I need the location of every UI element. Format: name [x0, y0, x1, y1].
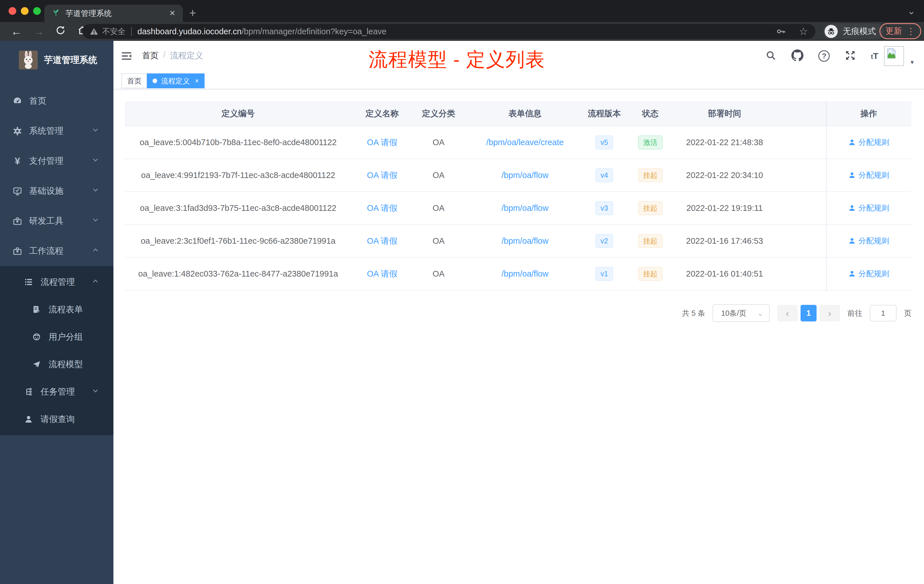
github-icon[interactable] [792, 49, 804, 63]
sidebar-item-system[interactable]: 系统管理 [0, 116, 114, 146]
favicon-sprout-icon [52, 8, 60, 18]
col-version: 流程版本 [586, 101, 623, 126]
sidebar-item-process-model[interactable]: 流程模型 [0, 351, 114, 378]
browser-tabstrip: 芋道管理系统 ✕ + ⌄ [0, 0, 924, 22]
user-icon [848, 270, 856, 277]
form-link[interactable]: /bpm/oa/flow [502, 236, 548, 246]
active-dot-icon [153, 79, 157, 83]
definition-table: 定义编号 定义名称 定义分类 表单信息 流程版本 状态 部署时间 操作 [125, 101, 911, 290]
sidebar-item-workflow[interactable]: 工作流程 [0, 236, 114, 266]
close-window-button[interactable] [8, 7, 16, 15]
assign-rule-link[interactable]: 分配规则 [848, 170, 889, 180]
bookmark-star-icon[interactable]: ☆ [799, 25, 808, 38]
browser-toolbar: ← → 不安全 dashboard.yudao.iocoder.cn/bpm/m… [0, 22, 924, 41]
page-size-select[interactable]: 10条/页 ⌄ [713, 304, 770, 322]
table-row: oa_leave:2:3c1f0ef1-76b1-11ec-9c66-a2380… [125, 224, 911, 257]
zoom-window-button[interactable] [33, 7, 41, 15]
version-badge[interactable]: v4 [596, 168, 613, 182]
list-icon [24, 277, 33, 287]
version-badge[interactable]: v5 [596, 135, 613, 149]
sidebar-logo-row[interactable]: 芋道管理系统 [0, 41, 114, 72]
briefcase-icon [13, 246, 22, 256]
new-tab-button[interactable]: + [189, 7, 196, 19]
form-link[interactable]: /bpm/oa/flow [502, 269, 548, 278]
assign-rule-link[interactable]: 分配规则 [848, 203, 889, 213]
pagination: 共 5 条 10条/页 ⌄ ‹ 1 › 前往 页 [125, 304, 911, 322]
goto-label: 前往 [847, 308, 862, 318]
chevron-down-icon [91, 216, 100, 226]
sidebar-item-user-group[interactable]: 用户分组 [0, 323, 114, 351]
assign-rule-link[interactable]: 分配规则 [848, 236, 889, 246]
table-row: oa_leave:3:1fad3d93-7b75-11ec-a3c8-acde4… [125, 192, 911, 224]
cell-deploy-time: 2022-01-16 01:40:51 [678, 257, 771, 290]
definition-name-link[interactable]: OA 请假 [367, 269, 397, 278]
cell-deploy-time: 2022-01-22 19:19:11 [678, 192, 771, 224]
page-unit-label: 页 [904, 308, 911, 318]
avatar[interactable] [884, 46, 904, 66]
avatar-caret-icon[interactable]: ▾ [911, 59, 914, 66]
browser-update-button[interactable]: 更新 ⋮ [879, 23, 921, 39]
table-row: oa_leave:5:004b710b-7b8a-11ec-8ef0-acde4… [125, 126, 911, 159]
sidebar-item-infrastructure[interactable]: 基础设施 [0, 176, 114, 206]
tag-process-definition[interactable]: 流程定义 × [147, 73, 205, 88]
fullscreen-icon[interactable] [845, 50, 856, 62]
cell-category: OA [413, 224, 464, 257]
version-badge[interactable]: v1 [596, 267, 613, 281]
cell-deploy-time: 2022-01-16 17:46:53 [678, 224, 771, 257]
definition-name-link[interactable]: OA 请假 [367, 138, 397, 147]
page-number-active[interactable]: 1 [800, 305, 817, 322]
hamburger-icon[interactable] [121, 50, 132, 63]
url-bar[interactable]: 不安全 dashboard.yudao.iocoder.cn/bpm/manag… [82, 24, 815, 39]
help-icon[interactable]: ? [818, 50, 830, 62]
breadcrumb-home[interactable]: 首页 [142, 50, 158, 61]
window-controls[interactable] [8, 7, 41, 15]
cell-id: oa_leave:1:482ec033-762a-11ec-8477-a2380… [125, 257, 351, 290]
sidebar-item-payment[interactable]: ¥ 支付管理 [0, 146, 114, 176]
sidebar-item-dev-tools[interactable]: 研发工具 [0, 206, 114, 236]
prev-page-button[interactable]: ‹ [777, 305, 798, 322]
sidebar-item-leave-query[interactable]: 请假查询 [0, 406, 114, 435]
sidebar-item-process-management[interactable]: 流程管理 [0, 266, 114, 296]
monitor-icon [13, 186, 22, 196]
version-badge[interactable]: v2 [596, 234, 613, 248]
tag-home[interactable]: 首页 [121, 73, 147, 88]
sidebar-item-task-management[interactable]: 任务管理 [0, 378, 114, 406]
browser-tab[interactable]: 芋道管理系统 ✕ [44, 5, 183, 22]
url-text[interactable]: dashboard.yudao.iocoder.cn/bpm/manager/d… [137, 27, 770, 36]
form-link[interactable]: /bpm/oa/flow [502, 171, 548, 180]
sidebar-item-process-form[interactable]: 流程表单 [0, 296, 114, 323]
password-key-icon[interactable] [776, 26, 786, 36]
tab-close-icon[interactable]: ✕ [169, 9, 175, 18]
tag-close-icon[interactable]: × [195, 77, 199, 85]
definition-name-link[interactable]: OA 请假 [367, 171, 397, 180]
gear-icon [13, 126, 22, 136]
table-row: oa_leave:4:991f2193-7b7f-11ec-a3c8-acde4… [125, 159, 911, 192]
col-id: 定义编号 [125, 101, 351, 126]
sidebar: 芋道管理系统 首页 系统管理 ¥ 支付管理 基础设施 [0, 41, 114, 584]
main-area: 首页 / 流程定义 流程模型 - 定义列表 ? tT ▾ 首页 流程定义 [114, 41, 924, 584]
user-icon [848, 204, 856, 212]
back-button[interactable]: ← [11, 25, 22, 38]
cell-id: oa_leave:4:991f2193-7b7f-11ec-a3c8-acde4… [125, 159, 351, 192]
form-link[interactable]: /bpm/oa/flow [502, 203, 548, 213]
tab-search-caret-icon[interactable]: ⌄ [908, 5, 916, 16]
sidebar-item-home[interactable]: 首页 [0, 86, 114, 116]
assign-rule-link[interactable]: 分配规则 [848, 137, 889, 147]
app-root: 芋道管理系统 首页 系统管理 ¥ 支付管理 基础设施 [0, 41, 924, 584]
search-icon[interactable] [765, 50, 777, 62]
definition-name-link[interactable]: OA 请假 [367, 236, 397, 246]
next-page-button[interactable]: › [819, 305, 840, 322]
version-badge[interactable]: v3 [596, 201, 613, 215]
definition-name-link[interactable]: OA 请假 [367, 203, 397, 213]
forward-button[interactable]: → [33, 25, 44, 38]
person-icon [24, 414, 33, 424]
text-size-icon[interactable]: tT [871, 51, 878, 61]
form-link[interactable]: /bpm/oa/leave/create [486, 138, 564, 147]
goto-page-input[interactable] [870, 305, 897, 322]
chevron-up-icon [91, 246, 100, 256]
assign-rule-link[interactable]: 分配规则 [848, 269, 889, 279]
reload-button[interactable] [55, 25, 66, 38]
minimize-window-button[interactable] [21, 7, 28, 15]
browser-menu-dots-icon[interactable]: ⋮ [907, 26, 915, 36]
col-form: 表单信息 [464, 101, 586, 126]
